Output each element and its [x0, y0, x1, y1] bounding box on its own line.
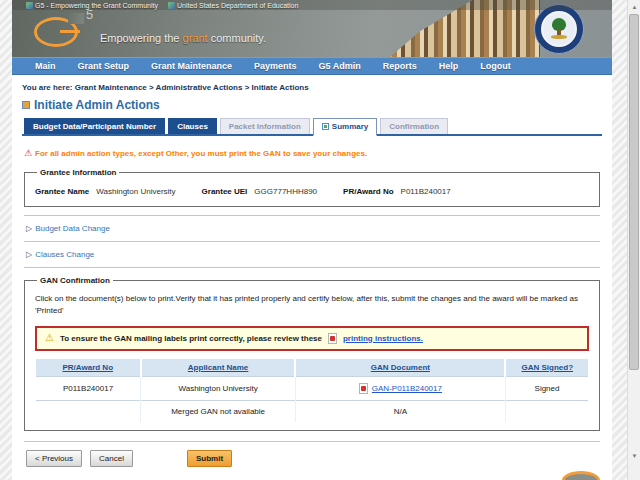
gan-print-warning: ⚠ For all admin action types, except Oth…	[24, 149, 602, 158]
scrollbar-up-arrow[interactable]: ▲	[628, 0, 640, 13]
tab-budget-data-participant-number[interactable]: Budget Data/Participant Number	[24, 118, 165, 134]
page-title-text: Initiate Admin Actions	[34, 98, 160, 112]
warning-triangle-icon: ⚠	[24, 149, 32, 158]
page-title: Initiate Admin Actions	[22, 98, 602, 112]
budget-data-change-label: Budget Data Change	[35, 224, 110, 233]
g5-app-icon	[26, 2, 33, 9]
tab-confirmation: Confirmation	[380, 118, 448, 134]
g5-logo-bar	[60, 30, 80, 33]
tab-summary-label: Summary	[332, 122, 368, 131]
nav-item-help[interactable]: Help	[428, 61, 470, 71]
seal-tree-icon	[550, 18, 568, 40]
warning-text: For all admin action types, except Other…	[35, 149, 367, 158]
seal-inner-ring	[541, 11, 577, 47]
cancel-button[interactable]: Cancel	[90, 450, 133, 467]
grantee-name-value: Washington University	[96, 187, 175, 196]
alert-text: To ensure the GAN mailing labels print c…	[60, 334, 322, 343]
cell-applicant-name: Merged GAN not available	[141, 400, 296, 422]
column-header-applicant-name[interactable]: Applicant Name	[141, 359, 296, 377]
tab-bar: Budget Data/Participant Number Clauses P…	[22, 118, 602, 136]
nav-item-main[interactable]: Main	[24, 61, 67, 71]
footer-logo-fragment	[562, 471, 600, 480]
pdf-icon	[359, 383, 368, 394]
table-row: P011B240017 Washington University GAN-P0…	[36, 376, 588, 400]
gan-confirmation-legend: GAN Confirmation	[37, 276, 113, 285]
table-row: Merged GAN not available N/A	[36, 400, 588, 422]
pr-award-no-value: P011B240017	[401, 187, 451, 196]
pr-award-no-label: PR/Award No	[343, 187, 394, 196]
window-title-bar: G5 - Empowering the Grant Community Unit…	[12, 0, 612, 10]
gan-documents-table: PR/Award No Applicant Name GAN Document …	[36, 359, 588, 422]
column-header-pr-award-no[interactable]: PR/Award No	[36, 359, 141, 377]
submit-button[interactable]: Submit	[187, 450, 232, 467]
grantee-information-fieldset: Grantee Information Grantee Name Washing…	[24, 168, 600, 207]
printing-instructions-alert: ⚠ To ensure the GAN mailing labels print…	[35, 326, 589, 351]
g5-logo-gap	[68, 13, 84, 24]
main-navigation-bar: Main Grant Setup Grant Maintenance Payme…	[12, 57, 612, 75]
tagline-grant: grant	[183, 32, 208, 44]
breadcrumb: You are here: Grant Maintenance > Admini…	[22, 83, 602, 92]
alert-warning-icon: ⚠	[45, 333, 54, 343]
page-content: You are here: Grant Maintenance > Admini…	[12, 75, 612, 467]
nav-item-payments[interactable]: Payments	[243, 61, 308, 71]
budget-data-change-toggle[interactable]: ▷ Budget Data Change	[26, 224, 602, 233]
gan-document-link[interactable]: GAN-P011B240017	[372, 384, 442, 393]
nav-item-reports[interactable]: Reports	[372, 61, 428, 71]
column-header-gan-document[interactable]: GAN Document	[295, 359, 505, 377]
pdf-icon	[328, 333, 337, 344]
cell-pr-award-no	[36, 400, 141, 422]
table-header-row: PR/Award No Applicant Name GAN Document …	[36, 359, 588, 377]
tagline-pre: Empowering the	[100, 32, 183, 44]
section-divider	[24, 267, 600, 268]
doe-app-icon	[168, 2, 175, 9]
nav-item-grant-setup[interactable]: Grant Setup	[67, 61, 141, 71]
tab-clauses[interactable]: Clauses	[168, 118, 217, 134]
tab-summary[interactable]: Summary	[313, 118, 377, 136]
window-title-text: G5 - Empowering the Grant Community	[35, 2, 158, 9]
page-title-icon	[22, 101, 30, 109]
grantee-uei-value: GGG777HHH890	[254, 187, 317, 196]
grantee-name-label: Grantee Name	[35, 187, 89, 196]
header-banner: G5 - Empowering the Grant Community Unit…	[12, 0, 612, 57]
section-divider	[24, 241, 600, 242]
nav-item-g5-admin[interactable]: G5 Admin	[308, 61, 372, 71]
desktop-background: G5 - Empowering the Grant Community Unit…	[0, 0, 640, 480]
tagline-post: community.	[208, 32, 266, 44]
window-title-g5: G5 - Empowering the Grant Community	[26, 2, 158, 9]
section-divider	[24, 215, 600, 216]
gan-confirmation-fieldset: GAN Confirmation Click on the document(s…	[24, 276, 600, 431]
vertical-scrollbar[interactable]: ▲ ▼	[627, 0, 640, 480]
nav-item-grant-maintenance[interactable]: Grant Maintenance	[140, 61, 243, 71]
column-header-gan-signed[interactable]: GAN Signed?	[505, 359, 588, 377]
gan-instructions-text: Click on the document(s) below to print.…	[33, 291, 591, 318]
window-title-text: United States Department of Education	[177, 2, 298, 9]
scrollbar-down-arrow[interactable]: ▼	[628, 449, 640, 462]
window-title-doe: United States Department of Education	[168, 2, 298, 9]
banner-tagline: Empowering the grant community.	[100, 32, 266, 44]
collapsed-arrow-icon: ▷	[26, 251, 32, 259]
action-buttons: < Previous Cancel Submit	[22, 448, 602, 467]
clauses-change-label: Clauses Change	[35, 250, 94, 259]
grantee-information-legend: Grantee Information	[37, 168, 119, 177]
clauses-change-toggle[interactable]: ▷ Clauses Change	[26, 250, 602, 259]
current-tab-icon	[322, 123, 329, 130]
department-of-education-seal	[534, 4, 584, 54]
previous-button[interactable]: < Previous	[26, 450, 82, 467]
tab-packet-information: Packet Information	[220, 118, 310, 134]
cell-gan-document: N/A	[295, 400, 505, 422]
collapsed-arrow-icon: ▷	[26, 225, 32, 233]
application-window: G5 - Empowering the Grant Community Unit…	[12, 0, 612, 480]
cell-gan-signed	[505, 400, 588, 422]
cell-gan-signed: Signed	[505, 376, 588, 400]
cell-applicant-name: Washington University	[141, 376, 296, 400]
grantee-information-row: Grantee Name Washington University Grant…	[33, 183, 591, 198]
scrollbar-thumb[interactable]	[629, 14, 639, 370]
section-divider	[24, 441, 600, 442]
breadcrumb-path: Grant Maintenance > Administrative Actio…	[73, 83, 309, 92]
breadcrumb-prefix: You are here:	[22, 83, 73, 92]
grantee-uei-label: Grantee UEI	[202, 187, 248, 196]
cell-pr-award-no: P011B240017	[36, 376, 141, 400]
printing-instructions-link[interactable]: printing instructions.	[343, 334, 423, 343]
cell-gan-document: GAN-P011B240017	[295, 376, 505, 400]
nav-item-logout[interactable]: Logout	[469, 61, 522, 71]
